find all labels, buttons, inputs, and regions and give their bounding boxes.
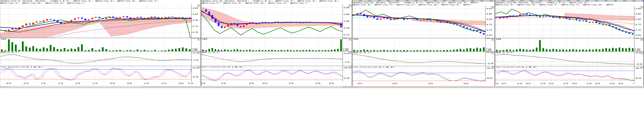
axis-tick-label: 8,805	[343, 20, 350, 22]
volume-section: 出来高600.00200.00× 100	[352, 38, 494, 51]
macd-section-label: MACD( 12, 26, 9 )	[202, 52, 220, 53]
panel-top-scrollbar[interactable]	[352, 0, 494, 2]
chart-title-line: 日経225mini 11/12( 5分, 2011/10/18 - 2011/1…	[0, 0, 201, 2]
chevron-down-icon[interactable]	[492, 38, 494, 41]
axis-tick-label: 8,755	[192, 32, 198, 33]
axis-gutter: 100.0040.00	[485, 66, 494, 82]
stoch-section: スロー・ストキャスティクス( 14, 3, 80, 20 )100.0040.0…	[495, 66, 644, 82]
time-axis-label: 12:00	[41, 82, 46, 84]
chevron-down-icon[interactable]	[640, 52, 643, 54]
time-axis-label: 20:00	[249, 82, 254, 84]
tick-value: 35.00	[193, 76, 198, 78]
chevron-down-icon[interactable]	[492, 6, 494, 9]
chevron-down-icon[interactable]	[640, 6, 643, 9]
time-axis-label: 12:00	[221, 82, 226, 84]
time-axis-label: 09:20	[6, 82, 11, 84]
horizontal-scrollbar[interactable]	[0, 86, 644, 88]
axis-tick-label: -10.00	[634, 63, 642, 65]
macd-section-label: MACD( 12, 26, 9 )	[496, 52, 514, 54]
chevron-down-icon[interactable]	[492, 52, 494, 54]
stochastics-section-label: スロー・ストキャスティクス( 14, 3, 80, 20 )	[202, 66, 244, 68]
tick-value: 35.00	[344, 77, 350, 79]
chart-indicator-line: 移動平均( Close, 75 ) 移動平均( Close, 75 ) 移動平均…	[201, 2, 352, 4]
chevron-down-icon[interactable]	[348, 52, 352, 54]
macd-zero-line	[0, 60, 192, 60]
axis-tick-label: 8,835	[634, 18, 641, 20]
volume-section-label: 出来高	[353, 38, 358, 40]
chart-title-line: 日経225mini 11/12( 60分, 2011/10/12 - 2011/…	[495, 2, 644, 4]
axis-gutter: 8,8358,8158,7958,7758,755	[191, 4, 201, 38]
axis-tick-label: 35.00	[343, 77, 350, 79]
time-axis-label: 16:30	[540, 83, 545, 84]
axis-gutter: 16.50-0.50	[191, 51, 201, 66]
scrollbar-thumb[interactable]	[252, 86, 343, 88]
time-axis-label: 10/20	[329, 82, 334, 84]
unit-multiplier-badge: × 100	[191, 49, 198, 51]
axis-tick-label: 70.00	[192, 38, 198, 39]
axis-tick-label: 16.50	[192, 52, 198, 54]
macd-section-label: MACD( 12, 26, 9 )	[353, 52, 371, 54]
tick-value: 40.00	[487, 77, 492, 79]
tick-value: 8,655	[636, 34, 641, 36]
volume-section: 出来高950.00350.00× 100	[495, 38, 644, 51]
stoch-section: スロー・ストキャスティクス( 14, 3, 80, 20 )100.0040.0…	[352, 66, 494, 82]
tick-value: 8,805	[344, 20, 350, 22]
scrollbar-thumb[interactable]	[527, 86, 566, 88]
unit-multiplier-badge: × 100	[342, 49, 348, 51]
axis-tick-label: 8,715	[486, 29, 492, 31]
axis-tick-label: 8,955	[634, 8, 641, 9]
tick-value: 8,850	[344, 13, 350, 15]
axis-gutter: 8,9558,8958,8358,7758,7158,655	[634, 6, 644, 38]
time-axis-label: 13:20	[58, 82, 63, 84]
time-axis-label: 22:40	[162, 82, 166, 84]
tick-value: -0.50	[193, 59, 198, 61]
stoch-threshold-line	[495, 80, 634, 80]
chevron-down-icon[interactable]	[198, 38, 200, 41]
axis-tick-label: 8,715	[634, 29, 641, 31]
axis-gutter: 95.0035.00	[191, 66, 201, 82]
axis-tick-label: 8,655	[634, 34, 641, 36]
chevron-down-icon[interactable]	[348, 66, 352, 69]
axis-tick-label: -15.00	[486, 63, 493, 64]
plot-area	[0, 4, 192, 38]
chevron-down-icon[interactable]	[198, 52, 200, 54]
minimized-window-button[interactable]	[354, 86, 356, 88]
chevron-down-icon[interactable]	[198, 4, 200, 7]
stoch-section: スロー・ストキャスティクス( 14, 3, 80, 20 )100.0035.0…	[201, 66, 352, 82]
time-axis-label: 16:30	[587, 83, 592, 84]
plot-area	[495, 6, 634, 38]
scrollbar-thumb[interactable]	[9, 86, 143, 88]
stochastics-section-label: スロー・ストキャスティクス( 14, 3, 80, 20 )	[496, 66, 538, 68]
chevron-down-icon[interactable]	[348, 4, 352, 7]
time-axis-label: 10/15	[358, 83, 362, 84]
time-axis-row: 6:3010/1316:3010/1416:3010/1516:3010/181…	[495, 82, 644, 85]
axis-tick-label: 8,895	[486, 13, 492, 15]
plot-area: スロー・ストキャスティクス( 14, 3, 80, 20 )	[495, 66, 634, 82]
axis-gutter: 30.00-15.00	[485, 52, 494, 66]
volume-section-label: 出来高	[1, 38, 6, 40]
volume-section-label: 出来高	[202, 38, 207, 40]
tick-value: 8,835	[636, 18, 641, 20]
time-axis-label: 18:40	[110, 82, 114, 84]
axis-gutter: 19.00-9.50	[342, 51, 352, 66]
time-axis-label: 16:30	[610, 83, 615, 84]
time-axis-label: 21:20	[144, 82, 149, 84]
tick-value: 8,760	[344, 27, 350, 29]
stoch-section: スロー・ストキャスティクス( 14, 3, 80, 20 )95.0035.00	[0, 66, 201, 82]
time-axis-label: 6:30	[495, 83, 498, 84]
chevron-down-icon[interactable]	[640, 38, 643, 41]
axis-tick-label: 30.00	[486, 51, 492, 53]
axis-gutter: 8,9558,8958,8358,7758,7158,655	[485, 6, 494, 38]
axis-tick-label: 8,775	[486, 24, 492, 26]
chevron-down-icon[interactable]	[640, 66, 643, 69]
chevron-down-icon[interactable]	[348, 38, 352, 41]
axis-gutter: 100.0035.00	[342, 66, 352, 82]
tick-value: 8,775	[636, 24, 641, 26]
tick-value: 8,715	[487, 29, 492, 31]
chevron-down-icon[interactable]	[198, 66, 200, 69]
axis-tick-label: 8,795	[192, 19, 198, 21]
panel-top-scrollbar[interactable]	[495, 0, 644, 2]
plot-area: 出来高	[495, 38, 634, 51]
chevron-down-icon[interactable]	[492, 66, 494, 69]
stochastics-section-label: スロー・ストキャスティクス( 14, 3, 80, 20 )	[1, 66, 42, 68]
